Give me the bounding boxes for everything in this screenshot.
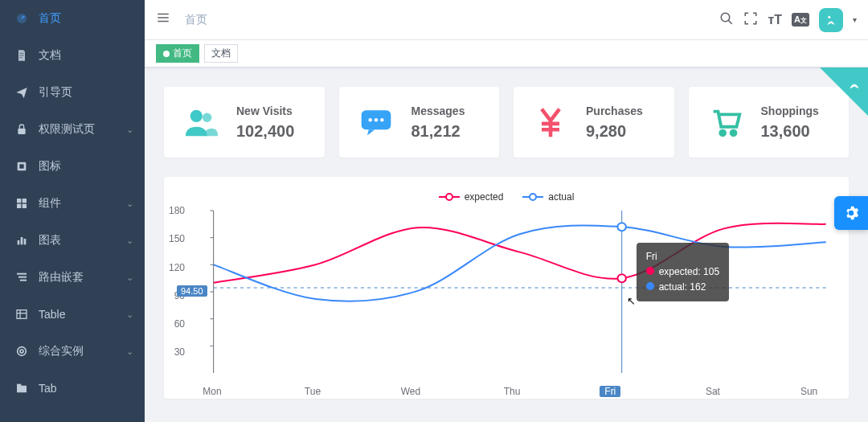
svg-point-36 [446, 194, 452, 200]
main: 首页 тT A文 ▾ 首页文档 New Visits102,400Message… [145, 0, 868, 422]
chevron-down-icon: ⌄ [126, 346, 133, 357]
svg-rect-9 [21, 237, 23, 244]
panel-value: 102,400 [236, 122, 294, 141]
svg-line-25 [729, 20, 733, 24]
breadcrumb[interactable]: 首页 [185, 13, 207, 27]
panel-label: Shoppings [761, 104, 819, 117]
chart-legend: expectedactual [180, 191, 833, 203]
stat-panel-2[interactable]: Purchases9,280 [514, 87, 674, 158]
svg-rect-10 [24, 239, 27, 244]
svg-point-24 [722, 13, 731, 22]
square-icon [14, 159, 29, 174]
chart-card: expectedactual 306090120150180MonTueWedT… [164, 177, 849, 399]
svg-rect-20 [17, 384, 21, 387]
sidebar-item-label: 图表 [39, 233, 61, 248]
sidebar-item-5[interactable]: 组件⌄ [0, 185, 145, 222]
avatar-caret-icon[interactable]: ▾ [853, 15, 857, 24]
tag-1[interactable]: 文档 [204, 44, 238, 63]
svg-rect-3 [19, 164, 23, 168]
hamburger-icon[interactable] [156, 10, 170, 29]
sidebar-item-label: 引导页 [39, 85, 72, 100]
chevron-down-icon: ⌄ [126, 199, 133, 209]
legend-item-expected[interactable]: expected [439, 191, 504, 203]
fullscreen-icon[interactable] [743, 11, 758, 29]
svg-point-18 [20, 350, 23, 353]
legend-label: expected [465, 191, 504, 203]
sidebar-item-3[interactable]: 权限测试页⌄ [0, 111, 145, 148]
sidebar-item-7[interactable]: 路由嵌套⌄ [0, 259, 145, 296]
search-icon[interactable] [719, 11, 734, 29]
svg-point-26 [828, 15, 830, 18]
panel-value: 9,280 [586, 122, 643, 141]
sidebar-item-6[interactable]: 图表⌄ [0, 222, 145, 259]
sidebar-item-10[interactable]: Tab [0, 370, 145, 407]
panel-value: 81,212 [411, 122, 465, 141]
sidebar-item-8[interactable]: Table⌄ [0, 296, 145, 333]
ring-icon [14, 344, 29, 358]
settings-button[interactable] [834, 196, 868, 230]
svg-point-33 [720, 131, 725, 136]
tab-icon [14, 381, 29, 395]
send-icon [14, 85, 29, 100]
bars-icon [14, 233, 29, 248]
svg-rect-12 [18, 277, 27, 278]
lock-icon [14, 122, 29, 137]
sidebar-item-0[interactable]: 首页 [0, 0, 145, 37]
legend-item-actual[interactable]: actual [522, 191, 574, 203]
legend-symbol [439, 192, 460, 202]
svg-point-31 [374, 118, 377, 121]
chevron-down-icon: ⌄ [126, 272, 133, 283]
avatar[interactable] [819, 8, 843, 32]
panel-value: 13,600 [761, 122, 819, 141]
panel-label: Messages [411, 104, 465, 117]
svg-rect-8 [18, 240, 20, 244]
sidebar-item-4[interactable]: 图标 [0, 148, 145, 185]
stat-panels: New Visits102,400Messages81,212Purchases… [164, 87, 849, 158]
sidebar-item-2[interactable]: 引导页 [0, 74, 145, 111]
sidebar-item-label: 组件 [39, 196, 61, 211]
svg-point-28 [203, 113, 211, 123]
sidebar-item-label: 综合实例 [39, 344, 84, 358]
sidebar-item-label: Tab [39, 382, 57, 395]
sidebar-item-label: 权限测试页 [39, 122, 95, 137]
sidebar-item-label: 路由嵌套 [39, 270, 84, 285]
svg-rect-6 [17, 204, 21, 208]
svg-point-38 [530, 194, 536, 200]
navbar: 首页 тT A文 ▾ [145, 0, 868, 40]
svg-point-30 [368, 118, 371, 121]
sidebar-item-label: 文档 [39, 48, 61, 63]
svg-rect-4 [17, 199, 21, 203]
stat-panel-0[interactable]: New Visits102,400 [164, 87, 325, 158]
chevron-down-icon: ⌄ [126, 309, 133, 320]
document-icon [14, 48, 29, 63]
dashboard-icon [14, 11, 29, 26]
corner-badge[interactable] [820, 68, 868, 116]
message-icon [357, 103, 395, 141]
svg-point-27 [190, 110, 203, 122]
sidebar-item-label: 首页 [39, 11, 61, 26]
svg-rect-11 [17, 273, 27, 275]
stat-panel-1[interactable]: Messages81,212 [339, 87, 500, 158]
svg-rect-19 [17, 386, 27, 393]
chevron-down-icon: ⌄ [126, 236, 133, 246]
svg-point-32 [380, 118, 383, 121]
sidebar: 首页文档引导页权限测试页⌄图标组件⌄图表⌄路由嵌套⌄Table⌄综合实例⌄Tab [0, 0, 145, 422]
font-size-icon[interactable]: тT [768, 13, 782, 27]
nested-icon [14, 270, 29, 285]
marker-label: 94.50 [177, 285, 207, 297]
sidebar-item-label: 图标 [39, 159, 61, 174]
x-axis-labels: MonTueWedThuFriSatSun [212, 386, 826, 397]
svg-rect-7 [23, 204, 27, 208]
svg-point-34 [731, 131, 735, 136]
translate-icon[interactable]: A文 [792, 13, 809, 27]
chart-area[interactable]: 306090120150180MonTueWedThuFriSatSun94.5… [180, 207, 833, 392]
tags-view: 首页文档 [145, 40, 868, 68]
svg-point-17 [18, 347, 27, 356]
money-icon [531, 103, 570, 141]
sidebar-item-1[interactable]: 文档 [0, 37, 145, 74]
cart-icon [706, 103, 745, 141]
sidebar-item-9[interactable]: 综合实例⌄ [0, 333, 145, 370]
chevron-down-icon: ⌄ [126, 125, 133, 135]
tag-0[interactable]: 首页 [156, 44, 199, 63]
legend-symbol [522, 192, 543, 202]
